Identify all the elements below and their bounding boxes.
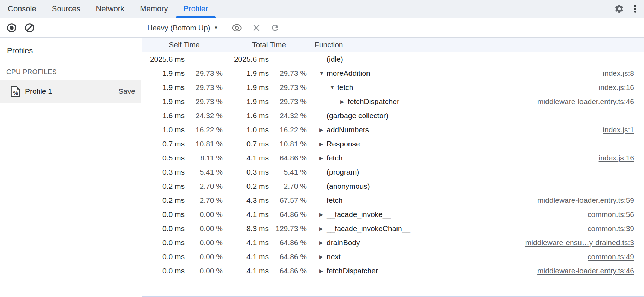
total-time-cell: 2025.6 ms [227,55,311,63]
more-menu-icon[interactable] [632,4,638,14]
source-link[interactable]: common.ts:56 [580,210,634,219]
function-cell: ▶drainBodymiddleware-ensu…y-drained.ts:3 [311,238,644,247]
source-link[interactable]: common.ts:39 [580,224,634,233]
self-time-percent: 0.00 % [185,238,223,247]
column-divider[interactable] [311,38,311,296]
source-link[interactable]: middleware-ensu…y-drained.ts:3 [518,238,634,247]
total-time-percent: 129.73 % [269,224,307,233]
function-cell: ▶fetchDispatchermiddleware-loader.entry.… [311,97,644,106]
expand-arrow-icon[interactable]: ▶ [319,141,327,146]
expand-arrow-icon[interactable]: ▶ [340,99,348,104]
profiles-sidebar: Profiles CPU PROFILES % Profile 1 Save [0,38,141,297]
function-name: (garbage collector) [327,111,388,120]
profiler-row[interactable]: 0.3 ms5.41 %0.3 ms5.41 %(program) [142,165,644,179]
clear-profiles-button[interactable] [24,23,35,33]
column-header-self-time[interactable]: Self Time [142,38,227,52]
profiler-row[interactable]: 0.0 ms0.00 %4.1 ms64.86 %▶nextcommon.ts:… [142,250,644,264]
total-time-percent: 24.32 % [269,111,307,120]
profiler-row[interactable]: 0.0 ms0.00 %8.3 ms129.73 %▶__facade_invo… [142,222,644,236]
source-link[interactable]: index.js:16 [592,83,634,92]
source-link[interactable]: index.js:1 [596,126,634,134]
expand-arrow-icon[interactable]: ▶ [319,254,327,259]
source-link[interactable]: middleware-loader.entry.ts:46 [530,267,634,275]
total-time-cell: 1.0 ms16.22 % [227,126,311,134]
profiler-row[interactable]: 0.2 ms2.70 %4.3 ms67.57 %fetchmiddleware… [142,193,644,207]
expand-arrow-icon[interactable]: ▶ [319,226,327,231]
self-time-cell: 1.9 ms29.73 % [142,97,227,106]
self-time-percent: 5.41 % [185,168,223,176]
source-link[interactable]: middleware-loader.entry.ts:46 [530,97,634,106]
profiler-row[interactable]: 0.7 ms10.81 %0.7 ms10.81 %▶Response [142,137,644,151]
self-time-cell: 1.6 ms24.32 % [142,111,227,120]
source-link[interactable]: common.ts:49 [580,253,634,261]
tab-network[interactable]: Network [88,0,132,18]
expand-arrow-icon[interactable]: ▶ [319,156,327,160]
source-link[interactable]: middleware-loader.entry.ts:59 [530,196,634,205]
expand-arrow-icon[interactable]: ▶ [319,127,327,132]
view-mode-dropdown[interactable]: Heavy (Bottom Up) ▼ [147,24,218,32]
self-time-percent: 29.73 % [185,97,223,106]
profiler-row[interactable]: 1.9 ms29.73 %1.9 ms29.73 %▼fetchindex.js… [142,80,644,95]
column-header-total-time[interactable]: Total Time [227,38,311,52]
self-time-cell: 1.0 ms16.22 % [142,126,227,134]
profiler-row[interactable]: 0.0 ms0.00 %4.1 ms64.86 %▶fetchDispatche… [142,264,644,278]
view-mode-value: Heavy (Bottom Up) [147,24,210,32]
function-name: (program) [327,168,359,176]
function-name: moreAddition [327,69,370,78]
total-time-ms: 0.3 ms [227,168,269,176]
total-time-percent: 2.70 % [269,182,307,190]
tab-console[interactable]: Console [0,0,44,18]
self-time-cell: 0.5 ms8.11 % [142,154,227,162]
tab-memory[interactable]: Memory [132,0,175,18]
profiler-row[interactable]: 1.9 ms29.73 %1.9 ms29.73 %▼moreAdditioni… [142,66,644,80]
collapse-arrow-icon[interactable]: ▼ [330,85,337,90]
column-divider[interactable] [227,38,227,296]
expand-arrow-icon[interactable]: ▶ [319,212,327,217]
source-link[interactable]: index.js:16 [592,154,634,162]
profiler-row[interactable]: 1.9 ms29.73 %1.9 ms29.73 %▶fetchDispatch… [142,95,644,109]
self-time-percent: 2.70 % [185,182,223,190]
total-time-percent: 16.22 % [269,126,307,134]
function-name: (anonymous) [327,182,370,190]
self-time-percent: 0.00 % [185,210,223,219]
profiler-row[interactable]: 0.2 ms2.70 %0.2 ms2.70 %(anonymous) [142,179,644,193]
profiler-toolbar-left [0,18,141,37]
profiler-row[interactable]: 0.0 ms0.00 %4.1 ms64.86 %▶__facade_invok… [142,207,644,222]
profiler-row[interactable]: 1.0 ms16.22 %1.0 ms16.22 %▶addNumbersind… [142,123,644,137]
total-time-percent: 64.86 % [269,253,307,261]
self-time-cell: 2025.6 ms [142,55,227,63]
total-time-cell: 0.7 ms10.81 % [227,140,311,148]
cpu-profiles-section-label: CPU PROFILES [6,68,57,76]
column-header-function[interactable]: Function [311,38,644,52]
total-time-ms: 4.1 ms [227,253,269,261]
total-time-ms: 4.1 ms [227,267,269,275]
expand-arrow-icon[interactable]: ▶ [319,268,327,273]
record-profile-button[interactable] [6,23,17,33]
profiler-row[interactable]: 1.6 ms24.32 %1.6 ms24.32 %(garbage colle… [142,109,644,123]
function-name: next [327,253,341,261]
total-time-ms: 0.7 ms [227,140,269,148]
collapse-arrow-icon[interactable]: ▼ [319,71,327,76]
profiler-row[interactable]: 0.0 ms0.00 %4.1 ms64.86 %▶drainBodymiddl… [142,236,644,250]
expand-arrow-icon[interactable]: ▶ [319,240,327,245]
source-link[interactable]: index.js:8 [596,69,634,78]
exclude-x-icon[interactable] [252,24,261,32]
sidebar-item-profile-1[interactable]: % Profile 1 Save [0,80,141,103]
settings-gear-icon[interactable] [614,4,624,14]
function-cell: ▶nextcommon.ts:49 [311,253,644,261]
self-time-percent: 29.73 % [185,69,223,78]
profiler-row[interactable]: 2025.6 ms2025.6 ms(idle) [142,52,644,66]
save-profile-link[interactable]: Save [118,87,135,96]
total-time-ms: 4.3 ms [227,196,269,205]
restore-refresh-icon[interactable] [270,23,280,32]
self-time-cell: 0.3 ms5.41 % [142,168,227,176]
tab-sources[interactable]: Sources [44,0,88,18]
tab-profiler[interactable]: Profiler [176,0,216,18]
profiler-row[interactable]: 0.5 ms8.11 %4.1 ms64.86 %▶fetchindex.js:… [142,151,644,165]
self-time-percent: 10.81 % [185,140,223,148]
self-time-cell: 0.0 ms0.00 % [142,238,227,247]
total-time-cell: 4.1 ms64.86 % [227,267,311,275]
function-cell: (garbage collector) [311,111,644,120]
self-time-ms: 0.7 ms [142,140,185,148]
focus-eye-icon[interactable] [232,24,242,32]
